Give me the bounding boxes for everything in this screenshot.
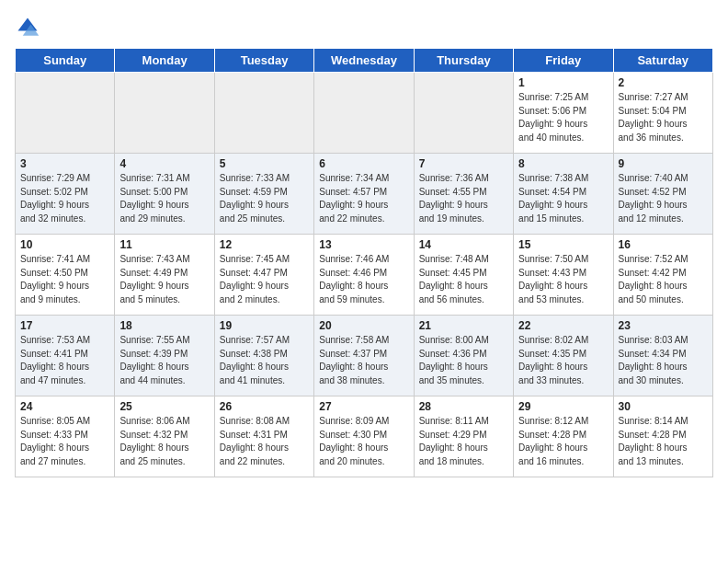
calendar-cell: 22Sunrise: 8:02 AM Sunset: 4:35 PM Dayli… — [514, 316, 613, 396]
day-info: Sunrise: 7:38 AM Sunset: 4:54 PM Dayligh… — [518, 172, 608, 225]
calendar-cell: 9Sunrise: 7:40 AM Sunset: 4:52 PM Daylig… — [613, 154, 712, 235]
calendar-cell: 27Sunrise: 8:09 AM Sunset: 4:30 PM Dayli… — [314, 396, 414, 477]
day-number: 25 — [119, 400, 209, 413]
calendar-cell: 17Sunrise: 7:53 AM Sunset: 4:41 PM Dayli… — [16, 316, 115, 396]
day-info: Sunrise: 7:57 AM Sunset: 4:38 PM Dayligh… — [220, 334, 309, 387]
day-number: 9 — [619, 157, 708, 170]
day-number: 20 — [319, 319, 408, 332]
calendar-cell: 28Sunrise: 8:11 AM Sunset: 4:29 PM Dayli… — [414, 396, 513, 477]
day-info: Sunrise: 7:36 AM Sunset: 4:55 PM Dayligh… — [419, 172, 508, 225]
calendar-cell: 23Sunrise: 8:03 AM Sunset: 4:34 PM Dayli… — [613, 316, 712, 396]
day-info: Sunrise: 7:40 AM Sunset: 4:52 PM Dayligh… — [619, 172, 708, 225]
week-row-2: 3Sunrise: 7:29 AM Sunset: 5:02 PM Daylig… — [16, 154, 713, 235]
day-number: 27 — [319, 400, 408, 413]
calendar-cell: 1Sunrise: 7:25 AM Sunset: 5:06 PM Daylig… — [514, 73, 613, 154]
day-info: Sunrise: 7:25 AM Sunset: 5:06 PM Dayligh… — [518, 91, 608, 144]
calendar-cell: 5Sunrise: 7:33 AM Sunset: 4:59 PM Daylig… — [214, 154, 313, 235]
calendar-cell: 12Sunrise: 7:45 AM Sunset: 4:47 PM Dayli… — [214, 235, 313, 316]
day-number: 30 — [619, 400, 708, 413]
day-number: 21 — [419, 319, 508, 332]
calendar-cell: 15Sunrise: 7:50 AM Sunset: 4:43 PM Dayli… — [514, 235, 613, 316]
day-info: Sunrise: 7:46 AM Sunset: 4:46 PM Dayligh… — [319, 253, 408, 306]
day-number: 23 — [619, 319, 708, 332]
day-number: 22 — [518, 319, 608, 332]
week-row-1: 1Sunrise: 7:25 AM Sunset: 5:06 PM Daylig… — [16, 73, 713, 154]
calendar-cell: 2Sunrise: 7:27 AM Sunset: 5:04 PM Daylig… — [613, 73, 712, 154]
day-info: Sunrise: 7:52 AM Sunset: 4:42 PM Dayligh… — [619, 253, 708, 306]
day-info: Sunrise: 7:41 AM Sunset: 4:50 PM Dayligh… — [20, 253, 109, 306]
calendar-cell: 26Sunrise: 8:08 AM Sunset: 4:31 PM Dayli… — [214, 396, 313, 477]
day-info: Sunrise: 8:11 AM Sunset: 4:29 PM Dayligh… — [419, 415, 508, 468]
day-info: Sunrise: 8:05 AM Sunset: 4:33 PM Dayligh… — [20, 415, 109, 468]
day-info: Sunrise: 8:14 AM Sunset: 4:28 PM Dayligh… — [619, 415, 708, 468]
weekday-header-tuesday: Tuesday — [214, 49, 313, 73]
day-info: Sunrise: 8:06 AM Sunset: 4:32 PM Dayligh… — [119, 415, 209, 468]
day-number: 3 — [20, 157, 109, 170]
day-info: Sunrise: 8:12 AM Sunset: 4:28 PM Dayligh… — [518, 415, 608, 468]
day-number: 7 — [419, 157, 508, 170]
day-number: 4 — [119, 157, 209, 170]
day-info: Sunrise: 7:43 AM Sunset: 4:49 PM Dayligh… — [119, 253, 209, 306]
day-number: 18 — [119, 319, 209, 332]
calendar-cell: 19Sunrise: 7:57 AM Sunset: 4:38 PM Dayli… — [214, 316, 313, 396]
calendar-cell: 30Sunrise: 8:14 AM Sunset: 4:28 PM Dayli… — [613, 396, 712, 477]
day-info: Sunrise: 7:50 AM Sunset: 4:43 PM Dayligh… — [518, 253, 608, 306]
day-number: 13 — [319, 238, 408, 251]
calendar-cell: 10Sunrise: 7:41 AM Sunset: 4:50 PM Dayli… — [16, 235, 115, 316]
day-info: Sunrise: 8:00 AM Sunset: 4:36 PM Dayligh… — [419, 334, 508, 387]
day-number: 8 — [518, 157, 608, 170]
calendar-cell: 7Sunrise: 7:36 AM Sunset: 4:55 PM Daylig… — [414, 154, 513, 235]
day-number: 19 — [220, 319, 309, 332]
weekday-header-saturday: Saturday — [613, 49, 712, 73]
day-number: 5 — [220, 157, 309, 170]
calendar-cell: 4Sunrise: 7:31 AM Sunset: 5:00 PM Daylig… — [115, 154, 214, 235]
day-number: 12 — [220, 238, 309, 251]
calendar-cell: 8Sunrise: 7:38 AM Sunset: 4:54 PM Daylig… — [514, 154, 613, 235]
day-number: 29 — [518, 400, 608, 413]
calendar-cell: 29Sunrise: 8:12 AM Sunset: 4:28 PM Dayli… — [514, 396, 613, 477]
day-number: 1 — [518, 76, 608, 89]
day-info: Sunrise: 7:48 AM Sunset: 4:45 PM Dayligh… — [419, 253, 508, 306]
calendar-cell: 16Sunrise: 7:52 AM Sunset: 4:42 PM Dayli… — [613, 235, 712, 316]
calendar-cell — [314, 73, 414, 154]
day-info: Sunrise: 7:55 AM Sunset: 4:39 PM Dayligh… — [119, 334, 209, 387]
calendar-cell: 20Sunrise: 7:58 AM Sunset: 4:37 PM Dayli… — [314, 316, 414, 396]
calendar-cell: 3Sunrise: 7:29 AM Sunset: 5:02 PM Daylig… — [16, 154, 115, 235]
day-number: 11 — [119, 238, 209, 251]
day-info: Sunrise: 7:33 AM Sunset: 4:59 PM Dayligh… — [220, 172, 309, 225]
day-info: Sunrise: 8:03 AM Sunset: 4:34 PM Dayligh… — [619, 334, 708, 387]
calendar-cell: 11Sunrise: 7:43 AM Sunset: 4:49 PM Dayli… — [115, 235, 214, 316]
calendar-cell: 14Sunrise: 7:48 AM Sunset: 4:45 PM Dayli… — [414, 235, 513, 316]
day-number: 16 — [619, 238, 708, 251]
calendar-cell: 6Sunrise: 7:34 AM Sunset: 4:57 PM Daylig… — [314, 154, 414, 235]
day-number: 6 — [319, 157, 408, 170]
weekday-header-friday: Friday — [514, 49, 613, 73]
logo-icon — [15, 15, 40, 40]
calendar-cell — [16, 73, 115, 154]
weekday-header-monday: Monday — [115, 49, 214, 73]
day-info: Sunrise: 7:45 AM Sunset: 4:47 PM Dayligh… — [220, 253, 309, 306]
day-info: Sunrise: 7:58 AM Sunset: 4:37 PM Dayligh… — [319, 334, 408, 387]
day-number: 17 — [20, 319, 109, 332]
weekday-header-wednesday: Wednesday — [314, 49, 414, 73]
day-info: Sunrise: 7:34 AM Sunset: 4:57 PM Dayligh… — [319, 172, 408, 225]
day-number: 28 — [419, 400, 508, 413]
day-number: 10 — [20, 238, 109, 251]
week-row-4: 17Sunrise: 7:53 AM Sunset: 4:41 PM Dayli… — [16, 316, 713, 396]
day-info: Sunrise: 8:09 AM Sunset: 4:30 PM Dayligh… — [319, 415, 408, 468]
calendar-cell — [115, 73, 214, 154]
day-number: 26 — [220, 400, 309, 413]
day-info: Sunrise: 7:31 AM Sunset: 5:00 PM Dayligh… — [119, 172, 209, 225]
calendar-cell: 21Sunrise: 8:00 AM Sunset: 4:36 PM Dayli… — [414, 316, 513, 396]
logo — [15, 15, 44, 40]
week-row-5: 24Sunrise: 8:05 AM Sunset: 4:33 PM Dayli… — [16, 396, 713, 477]
calendar-cell — [214, 73, 313, 154]
day-info: Sunrise: 7:27 AM Sunset: 5:04 PM Dayligh… — [619, 91, 708, 144]
day-number: 14 — [419, 238, 508, 251]
weekday-header-sunday: Sunday — [16, 49, 115, 73]
calendar-cell: 13Sunrise: 7:46 AM Sunset: 4:46 PM Dayli… — [314, 235, 414, 316]
calendar-table: SundayMondayTuesdayWednesdayThursdayFrid… — [15, 48, 713, 477]
calendar-cell — [414, 73, 513, 154]
day-number: 24 — [20, 400, 109, 413]
day-info: Sunrise: 7:53 AM Sunset: 4:41 PM Dayligh… — [20, 334, 109, 387]
